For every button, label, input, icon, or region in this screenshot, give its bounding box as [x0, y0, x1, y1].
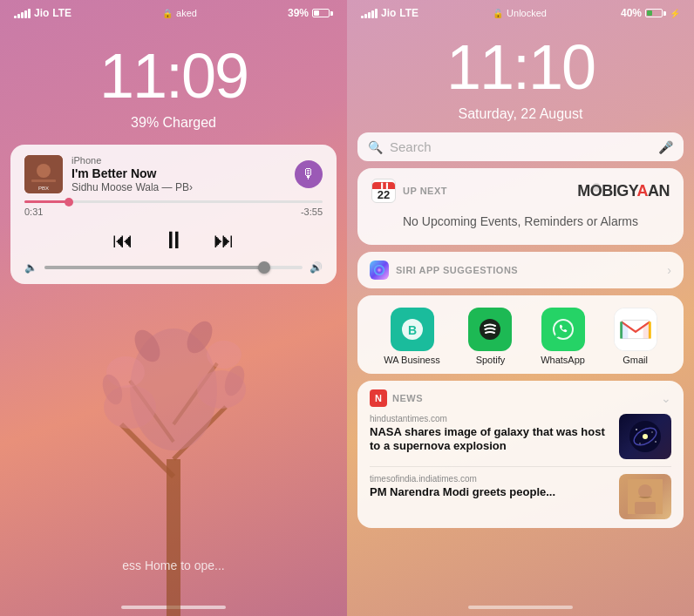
- app-item-spotify[interactable]: Spotify: [468, 308, 512, 365]
- music-top: PBX iPhone I'm Better Now Sidhu Moose Wa…: [24, 155, 323, 193]
- news-thumb-1: [619, 474, 671, 519]
- signal-icon: [14, 8, 31, 18]
- up-next-label: UP NEXT: [403, 186, 447, 196]
- app-grid: B WA Business Spotify: [370, 308, 671, 365]
- siri-card[interactable]: SIRI APP SUGGESTIONS ›: [357, 252, 684, 288]
- app-label-whatsapp: WhatsApp: [541, 355, 585, 365]
- siri-left: SIRI APP SUGGESTIONS: [370, 261, 518, 280]
- svg-point-29: [651, 431, 653, 433]
- carrier-left: Jio LTE: [14, 7, 71, 19]
- forward-button[interactable]: ⏭: [214, 228, 235, 253]
- app-item-wa-business[interactable]: B WA Business: [384, 308, 439, 365]
- siri-label: SIRI APP SUGGESTIONS: [396, 265, 518, 275]
- svg-point-21: [480, 319, 500, 340]
- svg-point-28: [636, 429, 637, 430]
- microphone-icon[interactable]: 🎤: [658, 140, 673, 154]
- app-item-gmail[interactable]: Gmail: [614, 308, 657, 365]
- search-bar[interactable]: 🔍 Search 🎤: [357, 132, 684, 161]
- volume-slider[interactable]: [44, 266, 303, 269]
- progress-fill: [24, 200, 69, 203]
- unlock-icon: 🔓: [493, 9, 503, 18]
- music-source: iPhone: [71, 155, 295, 166]
- battery-right: 40% ⚡: [621, 7, 680, 19]
- calendar-card: ▐ ▐ 22 UP NEXT MOBIGYAAN No Upcoming Eve…: [357, 168, 684, 245]
- battery-icon-right: [645, 9, 666, 17]
- news-left: N NEWS: [370, 389, 423, 407]
- svg-point-18: [374, 265, 384, 275]
- svg-point-31: [655, 441, 657, 443]
- carrier-right: Jio LTE: [361, 7, 418, 19]
- time-remaining: -3:55: [301, 206, 323, 217]
- carrier-name-left: Jio: [34, 7, 49, 19]
- news-chevron-icon[interactable]: ⌄: [661, 391, 671, 405]
- battery-percent-right: 40%: [621, 7, 642, 19]
- music-times: 0:31 -3:55: [24, 206, 323, 217]
- whatsapp-icon: [541, 308, 585, 351]
- news-title-1: PM Narendra Modi greets people...: [370, 485, 612, 500]
- news-header: N NEWS ⌄: [370, 389, 671, 407]
- battery-left: 39%: [288, 7, 333, 19]
- news-icon: N: [370, 389, 387, 407]
- svg-point-9: [207, 341, 242, 369]
- svg-text:B: B: [407, 323, 416, 337]
- battery-percent-left: 39%: [288, 7, 309, 19]
- calendar-empty-message: No Upcoming Events, Reminders or Alarms: [371, 210, 670, 234]
- app-label-wa-business: WA Business: [384, 355, 439, 365]
- left-time: 11:09: [0, 40, 347, 112]
- music-info: iPhone I'm Better Now Sidhu Moose Wala —…: [71, 155, 295, 193]
- carrier-name-right: Jio: [381, 7, 396, 19]
- home-indicator-right: [468, 606, 573, 609]
- right-panel: Jio LTE 🔓 Unlocked 40% ⚡ 11:10 Saturday,…: [347, 0, 694, 616]
- rewind-button[interactable]: ⏮: [112, 228, 133, 253]
- wa-business-icon: B: [391, 308, 434, 351]
- volume-fill: [44, 266, 264, 269]
- news-card: N NEWS ⌄ hindustantimes.com NASA shares …: [357, 381, 684, 528]
- music-title: I'm Better Now: [71, 166, 295, 180]
- cal-date-num: 22: [378, 189, 390, 200]
- news-item-1[interactable]: timesofindia.indiatimes.com PM Narendra …: [370, 474, 671, 519]
- news-source-1: timesofindia.indiatimes.com: [370, 474, 612, 484]
- podcast-icon[interactable]: 🎙: [295, 160, 323, 188]
- volume-low-icon: 🔈: [24, 261, 37, 274]
- music-controls: ⏮ ⏸ ⏭: [24, 226, 323, 254]
- album-art: PBX: [24, 155, 63, 193]
- volume-dot: [258, 261, 270, 274]
- volume-high-icon: 🔊: [310, 261, 323, 274]
- svg-rect-34: [635, 502, 656, 514]
- app-item-whatsapp[interactable]: WhatsApp: [541, 308, 585, 365]
- lock-status-right: Unlocked: [507, 8, 547, 18]
- cal-header: ▐ ▐ 22 UP NEXT MOBIGYAAN: [371, 179, 670, 203]
- news-source-0: hindustantimes.com: [370, 414, 612, 423]
- svg-point-15: [37, 164, 51, 178]
- music-artist: Sidhu Moose Wala — PB›: [71, 181, 295, 193]
- progress-section: 0:31 -3:55: [24, 200, 323, 217]
- svg-rect-16: [31, 179, 56, 182]
- news-text-0: hindustantimes.com NASA shares image of …: [370, 414, 612, 459]
- app-label-spotify: Spotify: [476, 355, 506, 365]
- time-current: 0:31: [24, 206, 43, 217]
- pause-button[interactable]: ⏸: [161, 226, 186, 254]
- music-card[interactable]: PBX iPhone I'm Better Now Sidhu Moose Wa…: [10, 145, 337, 284]
- home-hint: ess Home to ope...: [122, 558, 225, 572]
- volume-row: 🔈 🔊: [24, 261, 323, 274]
- news-thumb-0: [619, 414, 671, 459]
- right-time: 11:10: [347, 31, 694, 103]
- search-icon: 🔍: [368, 140, 383, 154]
- svg-point-30: [639, 443, 641, 444]
- app-suggestions: B WA Business Spotify: [357, 295, 684, 374]
- left-panel: Jio LTE 🔒 aked 39% 11:09 39% Charged: [0, 0, 347, 616]
- siri-icon: [370, 261, 389, 280]
- search-placeholder: Search: [390, 139, 651, 154]
- lock-icon: 🔒: [162, 9, 173, 18]
- progress-dot: [65, 198, 73, 206]
- gmail-icon: [614, 308, 657, 351]
- spotify-icon: [468, 308, 512, 351]
- battery-icon-left: [312, 9, 333, 17]
- svg-point-33: [638, 484, 652, 498]
- left-charge: 39% Charged: [0, 115, 347, 131]
- svg-rect-0: [167, 459, 180, 616]
- network-type-right: LTE: [399, 7, 418, 19]
- status-bar-left: Jio LTE 🔒 aked 39%: [0, 0, 347, 23]
- signal-icon-right: [361, 8, 378, 18]
- news-item-0[interactable]: hindustantimes.com NASA shares image of …: [370, 414, 671, 467]
